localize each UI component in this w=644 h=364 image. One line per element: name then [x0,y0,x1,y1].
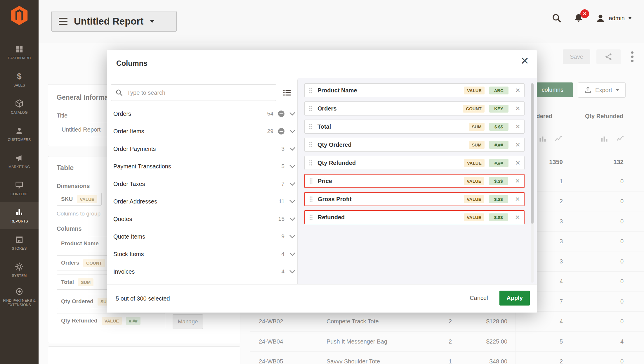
magento-admin-app: DASHBOARD $ SALES CATALOG CUSTOMERS MARK… [0,0,644,364]
sidebar-item-marketing[interactable]: MARKETING [0,148,39,175]
sidebar-item-sales[interactable]: $ SALES [0,66,39,93]
sidebar-item-content[interactable]: CONTENT [0,175,39,202]
chevron-down-icon[interactable] [289,217,296,221]
sidebar-item-dashboard[interactable]: DASHBOARD [0,39,39,66]
selected-column-row[interactable]: Orders COUNT KEY × [304,101,525,115]
selected-column-row-highlighted[interactable]: Price VALUE $.$$ × [304,174,525,188]
group-label: Quote Items [113,233,145,240]
drag-handle-icon[interactable] [309,123,313,130]
chevron-down-icon[interactable] [289,182,296,186]
drag-handle-icon[interactable] [309,214,313,220]
customers-icon [15,126,24,135]
list-icon [282,88,292,97]
remove-column-icon[interactable]: × [515,195,520,203]
column-group-row[interactable]: Order Items 29 [111,123,298,140]
list-view-button[interactable] [280,85,294,100]
sidebar-item-system[interactable]: SYSTEM [0,256,39,284]
sidebar-item-find-partners[interactable]: FIND PARTNERS & EXTENSIONS [0,284,39,311]
group-label: Order Taxes [113,181,145,187]
search-input[interactable] [126,89,272,96]
chevron-down-icon [628,17,632,19]
group-count: 5 [281,163,284,170]
sidebar-item-label: CUSTOMERS [8,138,31,142]
chevron-down-icon[interactable] [289,112,296,116]
remove-column-icon[interactable]: × [515,86,520,94]
aggregation-badge: VALUE [464,87,485,94]
selected-column-row[interactable]: Qty Ordered SUM #.## × [304,138,525,152]
selected-column-label: Gross Profit [318,196,352,203]
apply-button[interactable]: Apply [499,291,530,306]
column-group-row[interactable]: Order Taxes 7 [111,175,298,193]
close-icon[interactable]: × [521,54,529,67]
format-badge: $.$$ [489,123,508,131]
group-count: 29 [267,128,273,134]
remove-column-icon[interactable]: × [515,104,520,113]
sidebar-item-label: CATALOG [11,111,28,115]
drag-handle-icon[interactable] [309,178,313,184]
group-count: 9 [281,233,284,240]
chevron-down-icon[interactable] [289,147,296,151]
sales-icon: $ [17,72,22,81]
selected-column-row[interactable]: Qty Refunded VALUE #.## × [304,156,525,170]
format-badge: ABC [489,87,508,94]
magento-logo[interactable] [10,6,29,25]
column-group-row[interactable]: Stock Items 4 [111,245,298,263]
drag-handle-icon[interactable] [309,142,313,148]
drag-handle-icon[interactable] [309,105,313,112]
column-group-row[interactable]: Quotes 15 [111,210,298,228]
scrollbar-thumb[interactable] [531,83,534,224]
chevron-down-icon[interactable] [289,199,296,203]
drag-handle-icon[interactable] [309,196,313,202]
column-group-row[interactable]: Order Payments 3 [111,140,298,158]
scrollbar-track[interactable] [531,83,534,283]
remove-column-icon[interactable]: × [515,141,520,149]
system-icon [15,262,24,271]
selected-column-row-highlighted[interactable]: Refunded VALUE $.$$ × [304,210,525,224]
selected-column-row[interactable]: Total SUM $.$$ × [304,120,525,134]
selected-column-label: Price [318,178,332,184]
group-count: 3 [281,146,284,152]
sidebar-item-catalog[interactable]: CATALOG [0,93,39,120]
drag-handle-icon[interactable] [309,160,313,166]
drag-handle-icon[interactable] [309,87,313,94]
sidebar-item-label: FIND PARTNERS & EXTENSIONS [2,299,37,307]
sidebar-item-label: DASHBOARD [8,56,31,61]
column-group-row[interactable]: Invoices 4 [111,263,298,280]
remove-column-icon[interactable]: × [515,213,520,221]
column-group-row[interactable]: Quote Items 9 [111,228,298,245]
notifications-bell-icon[interactable]: 3 [573,13,584,23]
remove-column-icon[interactable]: × [515,159,520,167]
chevron-down-icon[interactable] [289,270,296,274]
remove-column-icon[interactable]: × [515,177,520,185]
selected-column-row-highlighted[interactable]: Gross Profit VALUE $.$$ × [304,192,525,206]
selected-columns-list: Product Name VALUE ABC × Orders COUNT KE… [304,83,525,224]
format-badge: #.## [489,141,508,149]
sidebar-item-reports[interactable]: REPORTS [0,202,39,229]
sidebar-item-stores[interactable]: STORES [0,229,39,256]
search-icon [115,89,123,96]
column-group-row[interactable]: Order Addresses 11 [111,193,298,210]
aggregation-badge: SUM [469,123,484,131]
sidebar-item-customers[interactable]: CUSTOMERS [0,120,39,148]
chevron-down-icon[interactable] [289,129,296,133]
group-label: Order Items [113,128,144,135]
column-group-row[interactable]: Orders 54 [111,105,298,123]
notification-count-badge: 3 [580,9,589,18]
partial-selection-icon [278,128,284,134]
modal-footer: 5 out of 300 selected Cancel Apply [107,284,537,313]
group-label: Order Addresses [113,198,157,205]
sidebar-item-label: SALES [13,83,25,88]
remove-column-icon[interactable]: × [515,123,520,131]
search-icon[interactable] [552,13,562,23]
cancel-button[interactable]: Cancel [463,291,494,306]
group-count: 15 [278,216,284,222]
chevron-down-icon[interactable] [289,234,296,239]
report-title-button[interactable]: Untitled Report [51,11,177,32]
group-label: Stock Items [113,251,144,258]
column-group-row[interactable]: Payment Transactions 5 [111,158,298,175]
format-badge: $.$$ [489,213,508,221]
account-menu[interactable]: admin [596,13,632,23]
selected-column-row[interactable]: Product Name VALUE ABC × [304,83,525,97]
chevron-down-icon[interactable] [289,252,296,256]
chevron-down-icon[interactable] [289,164,296,168]
